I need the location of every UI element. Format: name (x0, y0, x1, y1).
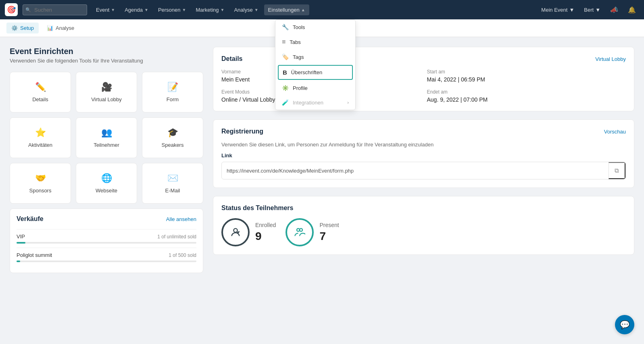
sales-item-name: Poliglot summit (17, 252, 52, 258)
profile-icon: ✳️ (282, 85, 289, 91)
link-label: Link (221, 152, 626, 158)
present-circle (286, 218, 314, 246)
nav-item-analyse[interactable]: Analyse ▼ (230, 4, 262, 15)
tool-label: Aktivitäten (28, 142, 52, 148)
teilnehmer-icon: 👥 (101, 127, 112, 138)
tool-label: Webseite (96, 188, 117, 194)
search-input[interactable] (23, 4, 87, 15)
sales-header: Verkäufe Alle ansehen (17, 215, 196, 223)
speakers-icon: 🎓 (167, 127, 178, 138)
field-label: Start am (427, 69, 626, 75)
page-subtitle: Verwenden Sie die folgenden Tools für Ih… (10, 58, 203, 64)
progress-bar-fill (17, 261, 20, 262)
virtual-lobby-link[interactable]: Virtual Lobby (595, 56, 626, 62)
sales-title: Verkäufe (17, 215, 44, 223)
dropdown-ueberschriften[interactable]: B Überschriften (278, 65, 353, 80)
app-logo: 🎯 (5, 3, 18, 16)
integrationen-icon: 🧪 (282, 99, 289, 106)
sales-item-count: 1 of unlimited sold (157, 234, 196, 240)
left-panel: Event Einrichten Verwenden Sie die folge… (10, 47, 203, 334)
chevron-down-icon: ▼ (144, 8, 148, 12)
enrolled-circle (221, 218, 250, 246)
tool-webseite[interactable]: 🌐 Webseite (76, 163, 137, 204)
chat-button[interactable]: 💬 (615, 315, 634, 334)
nav-item-personen[interactable]: Personen ▼ (154, 4, 190, 15)
setup-tab[interactable]: ⚙️ Setup (6, 23, 39, 33)
tool-label: Sponsors (29, 188, 52, 194)
sales-item-count: 1 of 500 sold (169, 252, 196, 258)
enrolled-count: 9 (255, 230, 276, 243)
tool-teilnehmer[interactable]: 👥 Teilnehmer (76, 117, 137, 158)
sales-all-link[interactable]: Alle ansehen (166, 216, 196, 222)
analyse-icon: 📊 (47, 25, 53, 31)
status-section: Status des Teilnehmers Enrolled 9 (213, 196, 634, 255)
sales-section: Verkäufe Alle ansehen VIP 1 of unlimited… (10, 208, 203, 273)
field-value: Mai 4, 2022 | 06:59 PM (427, 76, 626, 83)
tool-label: Virtual Lobby (91, 96, 122, 102)
detail-field-end: Endet am Aug. 9, 2022 | 07:00 PM (427, 89, 626, 103)
sales-item-poliglot: Poliglot summit 1 of 500 sold (17, 248, 196, 266)
sales-item-vip: VIP 1 of unlimited sold (17, 229, 196, 248)
chevron-right-icon: › (347, 100, 349, 105)
chevron-down-icon: ▼ (254, 8, 258, 12)
tool-details[interactable]: ✏️ Details (10, 72, 71, 113)
tools-icon: 🔧 (282, 24, 289, 30)
megaphone-icon[interactable]: 📣 (607, 4, 621, 16)
dropdown-tabs[interactable]: ≡ Tabs (275, 34, 355, 50)
aktivitaeten-icon: ⭐ (35, 127, 46, 138)
present-info: Present 7 (319, 222, 339, 243)
vorschau-link[interactable]: Vorschau (604, 129, 626, 135)
bold-b-icon: B (283, 69, 287, 76)
event-selector[interactable]: Mein Event ▼ (538, 4, 577, 15)
field-value: Aug. 9, 2022 | 07:00 PM (427, 96, 626, 103)
chevron-down-icon: ▼ (595, 7, 600, 13)
tags-icon: 🏷️ (282, 54, 289, 60)
chevron-down-icon: ▼ (569, 7, 574, 13)
tool-speakers[interactable]: 🎓 Speakers (142, 117, 203, 158)
nav-right: Mein Event ▼ Bert ▼ 📣 🔔 (538, 4, 639, 16)
enrolled-info: Enrolled 9 (255, 222, 276, 243)
status-cards: Enrolled 9 Present (221, 218, 626, 246)
notification-icon[interactable]: 🔔 (625, 4, 639, 16)
tool-label: Speakers (162, 142, 184, 148)
tool-virtual-lobby[interactable]: 🎥 Virtual Lobby (76, 72, 137, 113)
present-count: 7 (319, 230, 339, 243)
copy-link-button[interactable]: ⧉ (609, 162, 625, 179)
tool-email[interactable]: ✉️ E-Mail (142, 163, 203, 204)
nav-item-event[interactable]: Event ▼ (92, 4, 119, 15)
webseite-icon: 🌐 (101, 173, 112, 183)
tool-aktivitaeten[interactable]: ⭐ Aktivitäten (10, 117, 71, 158)
dropdown-tools[interactable]: 🔧 Tools (275, 20, 355, 34)
einstellungen-dropdown: 🔧 Tools ≡ Tabs 🏷️ Tags B Überschriften ✳… (275, 19, 356, 110)
nav-item-einstellungen[interactable]: Einstellungen ▲ (264, 4, 309, 15)
tool-form[interactable]: 📝 Form (142, 72, 203, 113)
details-icon: ✏️ (35, 82, 46, 92)
present-label: Present (319, 222, 339, 228)
setup-icon: ⚙️ (11, 25, 18, 31)
sales-item-name: VIP (17, 234, 25, 240)
registration-link-url: https://inevent.com/de/Knowledge/MeinEve… (222, 164, 609, 178)
detail-field-start: Start am Mai 4, 2022 | 06:59 PM (427, 69, 626, 83)
nav-item-marketing[interactable]: Marketing ▼ (192, 4, 228, 15)
chat-icon: 💬 (620, 320, 630, 329)
chevron-down-icon: ▼ (182, 8, 186, 12)
svg-point-0 (233, 229, 237, 232)
virtual-lobby-icon: 🎥 (101, 82, 112, 92)
dropdown-tags[interactable]: 🏷️ Tags (275, 50, 355, 64)
chevron-down-icon: ▼ (221, 8, 225, 12)
user-menu[interactable]: Bert ▼ (581, 4, 604, 15)
dropdown-integrationen[interactable]: 🧪 Integrationen › (275, 95, 355, 110)
tools-grid: ✏️ Details 🎥 Virtual Lobby 📝 Form ⭐ Akti… (10, 72, 203, 204)
status-present: Present 7 (286, 218, 339, 246)
chevron-down-icon: ▼ (111, 8, 115, 12)
status-title: Status des Teilnehmers (221, 204, 626, 212)
registration-card: Registrierung Vorschau Verwenden Sie die… (213, 119, 634, 188)
details-card-title: Details (221, 55, 242, 63)
registration-subtitle: Verwenden Sie diesen Link, um Personen z… (221, 142, 626, 148)
dropdown-profile[interactable]: ✳️ Profile (275, 81, 355, 95)
status-enrolled: Enrolled 9 (221, 218, 276, 246)
enrolled-label: Enrolled (255, 222, 276, 228)
tool-sponsors[interactable]: 🤝 Sponsors (10, 163, 71, 204)
nav-item-agenda[interactable]: Agenda ▼ (121, 4, 152, 15)
analyse-tab[interactable]: 📊 Analyse (42, 23, 79, 33)
